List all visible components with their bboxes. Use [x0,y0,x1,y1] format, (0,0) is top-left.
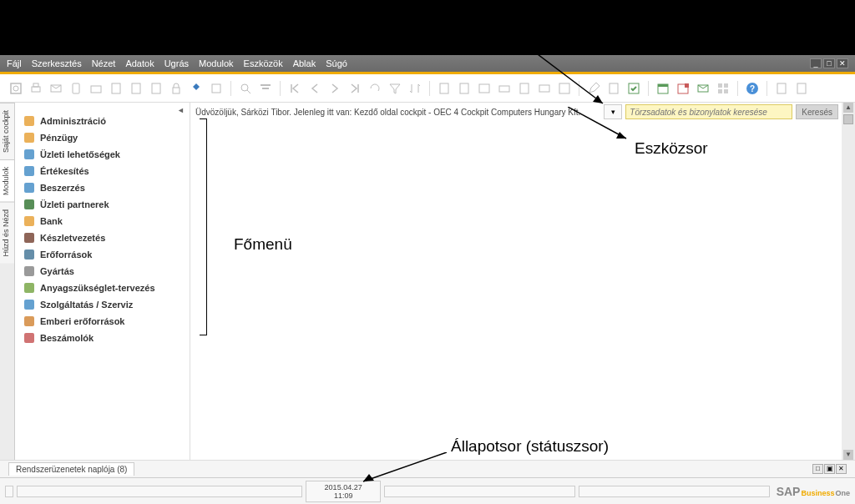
module-item[interactable]: Pénzügy [15,129,190,146]
minimize-button[interactable]: _ [810,58,822,68]
search-button[interactable]: Keresés [796,104,838,119]
preview-icon[interactable] [8,81,23,96]
syslog-close-icon[interactable]: ✕ [836,464,847,474]
svg-rect-40 [24,166,34,176]
module-item[interactable]: Készletvezetés [15,229,190,246]
tab-modules[interactable]: Modulok [0,159,14,202]
svg-rect-48 [24,300,34,310]
new-doc-icon[interactable] [606,81,621,96]
module-item[interactable]: Emberi erőforrások [15,313,190,330]
export-pdf-icon[interactable] [149,81,164,96]
find-record-icon[interactable] [238,81,253,96]
syslog-restore-icon[interactable]: □ [812,464,823,474]
menu-view[interactable]: Nézet [92,58,116,68]
edit-icon[interactable] [586,81,601,96]
svg-rect-9 [152,83,160,93]
messages-icon[interactable] [696,81,711,96]
prev-record-icon[interactable] [307,81,322,96]
approve-icon[interactable] [626,81,641,96]
collapse-panel-icon[interactable]: ◄ [177,106,185,114]
settings-icon[interactable] [794,81,809,96]
menu-edit[interactable]: Szerkesztés [32,58,82,68]
module-item[interactable]: Üzleti lehetőségek [15,146,190,163]
module-item[interactable]: Szolgáltatás / Szerviz [15,296,190,313]
sms-icon[interactable] [68,81,83,96]
calculator-icon[interactable] [774,81,789,96]
find-icon[interactable] [189,81,204,96]
export-word-icon[interactable] [129,81,144,96]
menu-modules[interactable]: Modulok [199,58,234,68]
system-log-row: Rendszerüzenetek naplója (8) □ ▣ ✕ [0,460,855,477]
tab-my-cockpit[interactable]: Saját cockpit [0,103,14,159]
filter-icon[interactable] [258,81,273,96]
close-button[interactable]: ✕ [837,58,848,68]
payment-icon[interactable] [497,81,512,96]
svg-rect-42 [24,199,34,209]
menu-data[interactable]: Adatok [125,58,154,68]
mail-icon[interactable] [48,81,63,96]
status-seg-4 [579,486,770,497]
svg-rect-6 [91,86,101,93]
module-label: Gyártás [40,266,74,276]
module-item[interactable]: Beszámolók [15,330,190,346]
module-item[interactable]: Anyagszükséglet-tervezés [15,280,190,296]
module-icon [23,199,35,210]
target-doc-icon[interactable] [457,81,472,96]
alert-icon[interactable] [675,81,691,96]
search-input[interactable] [625,104,792,119]
calendar-icon[interactable] [655,81,670,96]
svg-rect-3 [33,83,38,87]
menu-help[interactable]: Súgó [326,58,347,68]
menu-window[interactable]: Ablak [293,58,316,68]
svg-rect-37 [24,116,34,126]
sort-icon[interactable] [407,81,422,96]
lock-icon[interactable] [169,81,184,96]
system-log-tab[interactable]: Rendszerüzenetek naplója (8) [8,462,134,476]
next-record-icon[interactable] [327,81,342,96]
base-doc-icon[interactable] [437,81,452,96]
layout-icon[interactable] [716,81,731,96]
module-item[interactable]: Bank [15,213,190,229]
module-item[interactable]: Erőforrások [15,246,190,263]
vertical-scrollbar[interactable]: ▲ ▼ [842,103,855,460]
module-item[interactable]: Gyártás [15,263,190,280]
svg-rect-7 [112,83,120,93]
svg-rect-11 [212,84,220,93]
search-dropdown[interactable]: ▾ [604,104,622,119]
export-excel-icon[interactable] [109,81,124,96]
svg-rect-46 [24,266,34,276]
first-record-icon[interactable] [287,81,302,96]
menu-file[interactable]: Fájl [7,58,22,68]
trans-journal-icon[interactable] [557,81,572,96]
module-item[interactable]: Adminisztráció [15,113,190,129]
menu-goto[interactable]: Ugrás [164,58,189,68]
module-item[interactable]: Értékesítés [15,163,190,179]
refresh-icon[interactable] [367,81,382,96]
journal-icon[interactable] [477,81,492,96]
module-label: Beszerzés [40,183,85,193]
print-icon[interactable] [28,81,43,96]
scroll-down-icon[interactable]: ▼ [843,450,853,460]
volume-icon[interactable] [537,81,552,96]
add-icon[interactable] [209,81,224,96]
fax-icon[interactable] [89,81,104,96]
tab-drag-relate[interactable]: Húzd és Nézd [0,202,14,264]
window-controls: _ □ ✕ [810,58,848,68]
maximize-button[interactable]: □ [823,58,835,68]
search-row: ▾ Keresés [604,104,838,119]
module-item[interactable]: Üzleti partnerek [15,196,190,213]
last-record-icon[interactable] [347,81,362,96]
gross-profit-icon[interactable] [517,81,532,96]
module-item[interactable]: Beszerzés [15,179,190,196]
status-seg-2 [17,486,302,497]
svg-rect-27 [685,83,689,88]
help-icon[interactable]: ? [745,81,760,96]
syslog-max-icon[interactable]: ▣ [824,464,835,474]
scroll-thumb[interactable] [843,114,853,124]
menu-tools[interactable]: Eszközök [244,58,283,68]
content-area: Üdvözöljük, Sárközi Tibor. Jelenleg itt … [190,103,855,460]
funnel-icon[interactable] [387,81,402,96]
module-label: Emberi erőforrások [40,316,124,326]
scroll-up-icon[interactable]: ▲ [843,103,853,113]
svg-rect-47 [24,283,34,293]
